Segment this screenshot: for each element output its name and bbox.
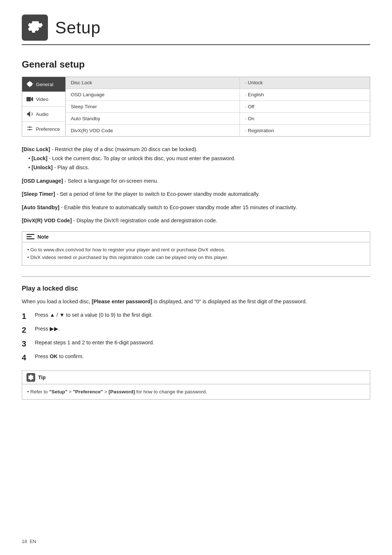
page-title: Setup [55, 18, 101, 37]
settings-row-3: Auto Standby · On [66, 113, 370, 125]
section1-title: General setup [22, 59, 370, 70]
menu-preference-label: Preference [36, 126, 60, 132]
desc-sleep-timer: [Sleep Timer] - Set a period of time for… [22, 190, 370, 198]
page-number: 18 [22, 539, 27, 544]
settings-row-2: Sleep Timer · Off [66, 101, 370, 113]
step-num-1: 1 [22, 310, 35, 323]
tip-header: Tip [22, 371, 370, 384]
step-3: 3 Repeat steps 1 and 2 to enter the 6-di… [22, 339, 370, 350]
menu-item-audio[interactable]: Audio [22, 107, 65, 122]
auto-standby-text: - Enable this feature to automatically s… [60, 204, 297, 210]
steps-block: 1 Press ▲ / ▼ to set a value (0 to 9) to… [22, 311, 370, 364]
settings-name-4: DivX(R) VOD Code [66, 125, 240, 137]
settings-value-2: · Off [240, 101, 370, 113]
osd-language-text: - Select a language for on-screen menu. [63, 178, 159, 184]
menu-sidebar: General Video Audio [22, 77, 65, 137]
step-num-4: 4 [22, 352, 35, 364]
sleep-timer-label: [Sleep Timer] [22, 191, 55, 197]
tip-content: Refer to "Setup" > "Preference" > [Passw… [22, 384, 370, 400]
section2-intro: When you load a locked disc, [Please ent… [22, 297, 370, 305]
setup-table: General Video Audio [22, 77, 370, 137]
settings-name-1: OSD Language [66, 89, 240, 101]
menu-item-general[interactable]: General [22, 77, 65, 92]
tip-title: Tip [38, 374, 46, 380]
menu-item-video[interactable]: Video [22, 92, 65, 107]
gear-svg [26, 19, 44, 36]
svg-rect-1 [26, 97, 31, 101]
desc-disc-lock: [Disc Lock] - Restrict the play of a dis… [22, 145, 370, 172]
tip-box: Tip Refer to "Setup" > "Preference" > [P… [22, 370, 370, 400]
divx-vod-text: - Display the DivX® registration code an… [72, 218, 217, 223]
page-footer: 18 EN [22, 539, 36, 544]
section2-title: Play a locked disc [22, 285, 370, 292]
sleep-timer-text: - Set a period of time for the player to… [55, 191, 260, 197]
menu-item-preference[interactable]: Preference [22, 122, 65, 136]
note-bullets: Go to www.divx.com/vod for how to regist… [27, 246, 365, 262]
tip-gear-icon [28, 374, 34, 380]
step-num-2: 2 [22, 324, 35, 336]
note-bullet-0: Go to www.divx.com/vod for how to regist… [27, 246, 365, 254]
step-text-3: Repeat steps 1 and 2 to enter the 6-digi… [35, 339, 154, 347]
osd-language-label: [OSD Language] [22, 178, 63, 184]
menu-audio-label: Audio [36, 112, 49, 117]
auto-standby-label: [Auto Standby] [22, 204, 60, 210]
svg-point-4 [29, 129, 30, 130]
note-bullet-1: DivX videos rented or purchased by this … [27, 254, 365, 262]
svg-marker-2 [31, 97, 33, 101]
desc-auto-standby: [Auto Standby] - Enable this feature to … [22, 203, 370, 211]
step-text-1: Press ▲ / ▼ to set a value (0 to 9) to t… [35, 311, 152, 319]
video-icon [26, 95, 34, 103]
desc-divx-vod: [DivX(R) VOD Code] - Display the DivX® r… [22, 216, 370, 224]
disc-lock-text: - Restrict the play of a disc (maximum 2… [50, 146, 197, 152]
menu-general-label: General [36, 82, 53, 87]
tip-icon [26, 373, 35, 382]
settings-row-0: Disc Lock · Unlock [66, 77, 370, 89]
settings-table: Disc Lock · Unlock OSD Language · Englis… [65, 77, 370, 137]
disc-lock-bullet-0: [Lock] - Lock the current disc. To play … [28, 155, 370, 163]
settings-value-3: · On [240, 113, 370, 125]
note-box: Note Go to www.divx.com/vod for how to r… [22, 231, 370, 266]
note-title: Note [37, 234, 49, 240]
setup-gear-icon [22, 15, 48, 41]
settings-value-1: · English [240, 89, 370, 101]
svg-point-3 [29, 126, 30, 128]
divx-vod-label: [DivX(R) VOD Code] [22, 218, 72, 223]
general-icon [26, 80, 34, 88]
disc-lock-label: [Disc Lock] [22, 146, 50, 152]
note-header: Note [22, 232, 370, 242]
audio-icon [26, 110, 34, 118]
password-prompt: [Please enter password] [92, 299, 152, 304]
step-2: 2 Press ▶▶. [22, 325, 370, 336]
settings-name-0: Disc Lock [66, 77, 240, 89]
section2-intro-text: is displayed, and "0" is displayed as th… [152, 299, 307, 304]
page-header: Setup [22, 15, 370, 45]
disc-lock-bullets: [Lock] - Lock the current disc. To play … [28, 155, 370, 172]
desc-osd-language: [OSD Language] - Select a language for o… [22, 177, 370, 185]
step-num-3: 3 [22, 338, 35, 350]
menu-video-label: Video [36, 97, 48, 102]
tip-bullets: Refer to "Setup" > "Preference" > [Passw… [27, 388, 365, 396]
settings-name-3: Auto Standby [66, 113, 240, 125]
settings-name-2: Sleep Timer [66, 101, 240, 113]
settings-value-0: · Unlock [240, 77, 370, 89]
note-lines-icon [26, 234, 34, 239]
settings-value-4: · Registration [240, 125, 370, 137]
disc-lock-bullet-1: [Unlock] - Play all discs. [28, 164, 370, 172]
settings-row-1: OSD Language · English [66, 89, 370, 101]
preference-icon [26, 125, 34, 133]
step-text-2: Press ▶▶. [35, 325, 60, 333]
note-content: Go to www.divx.com/vod for how to regist… [22, 242, 370, 265]
step-text-4: Press OK to confirm. [35, 352, 84, 360]
step-1: 1 Press ▲ / ▼ to set a value (0 to 9) to… [22, 311, 370, 323]
section-divider [22, 276, 370, 277]
tip-bullet-0: Refer to "Setup" > "Preference" > [Passw… [27, 388, 365, 396]
page-lang: EN [30, 539, 36, 544]
step-4: 4 Press OK to confirm. [22, 352, 370, 364]
settings-row-4: DivX(R) VOD Code · Registration [66, 125, 370, 137]
